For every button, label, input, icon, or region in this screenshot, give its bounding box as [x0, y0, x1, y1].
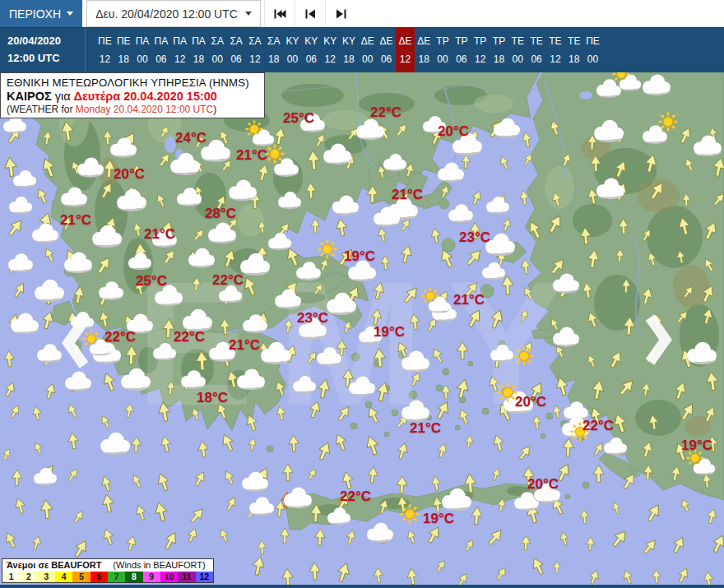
wind-arrow-icon [463, 474, 476, 493]
timeline-step-ΔΕ-00[interactable]: ΔΕ00 [358, 28, 377, 72]
wind-arrow-icon [683, 157, 695, 172]
cloud-icon [229, 180, 257, 201]
wind-arrow-icon [306, 467, 318, 481]
wind-arrow-icon [705, 371, 719, 391]
time-nav-group [264, 0, 355, 27]
wind-arrow-icon [677, 126, 694, 145]
timeline-step-ΤΡ-12[interactable]: ΤΡ12 [471, 28, 490, 72]
cloud-icon [643, 75, 671, 96]
wind-arrow-icon [3, 350, 15, 367]
temperature-label: 19°C [681, 438, 712, 454]
wind-arrow-icon [647, 414, 659, 430]
beaufort-legend: Άνεμοι σε BEAUFORT (Winds in BEAUFORT) 1… [2, 558, 214, 583]
wind-arrow-icon [192, 227, 206, 242]
timeline-step-ΠΕ-00[interactable]: ΠΕ00 [583, 28, 602, 72]
beaufort-scale-cell-8: 8 [125, 572, 142, 582]
wind-arrow-icon [67, 432, 79, 449]
beaufort-scale-cell-9: 9 [143, 572, 160, 582]
wind-arrow-icon [643, 465, 653, 480]
temperature-label: 21°C [453, 292, 485, 308]
cloud-icon [13, 170, 36, 188]
timeline-step-ΚΥ-06[interactable]: ΚΥ06 [302, 28, 321, 72]
timeline-step-ΚΥ-18[interactable]: ΚΥ18 [340, 28, 359, 72]
temperature-label: 22°C [174, 329, 205, 345]
wind-arrow-icon [438, 248, 456, 269]
timeline-step-ΠΑ-12[interactable]: ΠΑ12 [170, 28, 189, 72]
wind-arrow-icon [336, 340, 346, 355]
wind-arrow-icon [372, 281, 386, 300]
timeline-step-ΠΕ-18[interactable]: ΠΕ18 [114, 28, 133, 72]
temperature-label: 21°C [392, 187, 423, 203]
cloud-icon [438, 162, 464, 182]
cloud-icon [34, 468, 57, 485]
wind-arrow-icon [703, 571, 714, 585]
wind-arrow-icon [622, 279, 631, 293]
beaufort-scale-cell-2: 2 [20, 572, 37, 582]
timeline-step-ΤΕ-06[interactable]: ΤΕ06 [527, 28, 546, 72]
timeline-step-ΤΡ-18[interactable]: ΤΡ18 [490, 28, 508, 72]
wind-arrow-icon [13, 497, 27, 514]
timeline-step-ΤΡ-00[interactable]: ΤΡ00 [434, 28, 452, 72]
wind-arrow-icon [312, 282, 325, 296]
wind-arrow-icon [101, 493, 115, 513]
region-dropdown-button[interactable]: ΠΕΡΙΟΧΗ [0, 0, 82, 27]
wind-arrow-icon [582, 282, 594, 299]
timeline-step-ΣΑ-06[interactable]: ΣΑ06 [227, 28, 246, 72]
timeline-step-ΤΡ-06[interactable]: ΤΡ06 [452, 28, 471, 72]
cloud-icon [121, 368, 151, 391]
cloud-icon [553, 273, 579, 293]
wind-arrow-icon [585, 311, 599, 328]
cloud-icon [128, 252, 151, 270]
cloud-icon [594, 120, 624, 142]
beaufort-scale-cell-1: 1 [2, 572, 20, 582]
timeline-step-ΣΑ-00[interactable]: ΣΑ00 [208, 28, 227, 72]
wind-arrow-icon [132, 222, 143, 237]
cloud-icon [61, 187, 87, 206]
timeline-step-ΠΑ-18[interactable]: ΠΑ18 [189, 28, 208, 72]
datetime-dropdown-label: Δευ. 20/04/2020 12:00 UTC [95, 7, 238, 21]
timeline-step-ΔΕ-06[interactable]: ΔΕ06 [377, 28, 396, 72]
wind-arrow-icon [72, 286, 86, 304]
cloud-icon [442, 488, 471, 511]
timeline-step-ΔΕ-18[interactable]: ΔΕ18 [415, 28, 434, 72]
cloud-icon [181, 370, 206, 389]
timeline-step-ΠΑ-06[interactable]: ΠΑ06 [151, 28, 170, 72]
wind-arrow-icon [134, 504, 148, 521]
beaufort-scale-cell-11: 11 [178, 572, 195, 582]
timeline-step-ΚΥ-00[interactable]: ΚΥ00 [283, 28, 302, 72]
skip-to-start-button[interactable] [264, 0, 295, 27]
wind-arrow-icon [39, 156, 58, 178]
wind-arrow-icon [498, 155, 511, 170]
map-next-button[interactable] [640, 313, 676, 367]
timeline-step-ΠΕ-12[interactable]: ΠΕ12 [95, 28, 114, 72]
wind-arrow-icon [710, 533, 724, 554]
timeline-step-ΤΕ-00[interactable]: ΤΕ00 [508, 28, 527, 72]
wind-arrow-icon [457, 342, 467, 359]
wind-arrow-icon [682, 285, 696, 299]
step-back-button[interactable] [295, 0, 325, 27]
timeline-step-ΣΑ-12[interactable]: ΣΑ12 [246, 28, 265, 72]
datetime-dropdown-button[interactable]: Δευ. 20/04/2020 12:00 UTC [86, 0, 261, 27]
wind-arrow-icon [520, 258, 531, 275]
wind-arrow-icon [161, 248, 178, 266]
temperature-label: 21°C [60, 212, 91, 229]
wind-arrow-icon [521, 132, 533, 148]
timeline-step-ΔΕ-12[interactable]: ΔΕ12 [396, 28, 415, 72]
cloud-icon [694, 136, 722, 157]
beaufort-scale-cell-7: 7 [108, 572, 125, 582]
timeline-step-ΠΑ-00[interactable]: ΠΑ00 [133, 28, 152, 72]
timeline-step-ΤΕ-12[interactable]: ΤΕ12 [546, 28, 565, 72]
timeline-steps: ΠΕ12ΠΕ18ΠΑ00ΠΑ06ΠΑ12ΠΑ18ΣΑ00ΣΑ06ΣΑ12ΣΑ18… [95, 28, 602, 72]
wind-arrow-icon [679, 401, 698, 422]
wind-arrow-icon [309, 563, 321, 580]
timeline-step-ΣΑ-18[interactable]: ΣΑ18 [264, 28, 283, 72]
temperature-label: 20°C [527, 476, 559, 493]
cloud-icon [356, 119, 384, 141]
temperature-label: 18°C [197, 390, 228, 406]
beaufort-scale-cell-6: 6 [90, 572, 108, 582]
timeline-step-ΚΥ-12[interactable]: ΚΥ12 [321, 28, 340, 72]
timeline-step-ΤΕ-18[interactable]: ΤΕ18 [564, 28, 583, 72]
map-previous-button[interactable] [58, 316, 94, 370]
step-forward-button[interactable] [325, 0, 355, 27]
wind-arrow-icon [66, 403, 80, 419]
